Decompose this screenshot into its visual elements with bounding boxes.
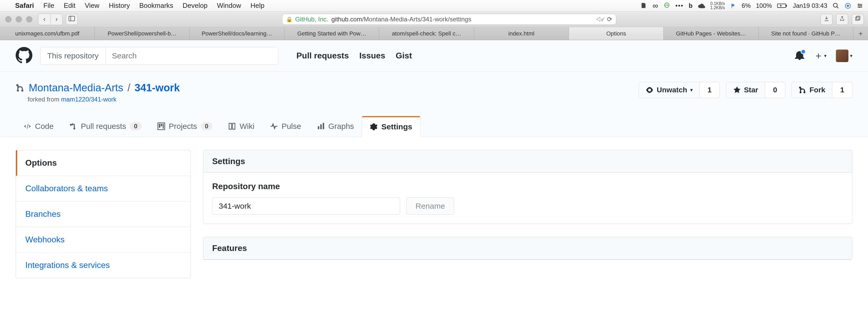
back-button[interactable]: ‹ [38,14,50,25]
tab-pulse[interactable]: Pulse [262,116,309,137]
infinity-icon[interactable]: ∞ [652,1,658,10]
repo-owner-link[interactable]: Montana-Media-Arts [29,82,123,94]
repo-name-input[interactable] [212,198,400,215]
safari-tab[interactable]: PowerShell/powershell-b… [95,27,189,40]
avatar [836,49,848,62]
safari-tab-active[interactable]: Options [569,27,664,40]
safari-toolbar: ‹ › 🔒 GitHub, Inc. github.com /Montana-M… [0,11,868,27]
search-scope[interactable]: This repository [40,47,106,64]
user-menu[interactable]: ▾ [836,49,852,62]
url-secure-org: GitHub, Inc. [295,15,328,23]
svg-rect-21 [161,124,162,126]
share-button[interactable] [836,14,848,25]
sidebar-item-webhooks[interactable]: Webhooks [16,227,190,253]
pr-count-badge: 0 [130,122,142,130]
menu-app[interactable]: Safari [10,2,39,10]
sidebar-item-collaborators[interactable]: Collaborators & teams [16,176,190,201]
tab-settings[interactable]: Settings [362,116,420,137]
watch-count[interactable]: 1 [700,82,719,98]
menu-history[interactable]: History [104,2,135,10]
menu-file[interactable]: File [39,2,59,10]
forked-from-link[interactable]: mam1220/341-work [61,96,116,103]
sidebar-item-integrations[interactable]: Integrations & services [16,253,190,278]
new-tab-button[interactable]: + [854,27,868,40]
nav-gist[interactable]: Gist [396,51,412,61]
more-icon[interactable]: ••• [675,2,683,9]
safari-tab[interactable]: atom/spell-check: Spell c… [379,27,474,40]
menu-develop[interactable]: Develop [178,2,212,10]
watch-button[interactable]: Unwatch▾ [639,82,700,98]
forward-button[interactable]: › [50,14,62,25]
window-controls[interactable] [4,16,35,23]
svg-point-1 [665,4,666,5]
settings-panel: Settings Repository name Rename [203,150,852,224]
reader-icon[interactable]: ◁୰ [596,16,607,23]
svg-point-0 [664,3,669,7]
tripmode-icon[interactable] [844,2,851,9]
safari-tab[interactable]: Getting Started with Pow… [284,27,379,40]
spotlight-icon[interactable] [833,2,839,9]
tab-projects[interactable]: Projects 0 [150,116,220,137]
cloud-icon[interactable] [698,2,705,9]
svg-rect-4 [786,5,787,6]
menu-edit[interactable]: Edit [59,2,80,10]
sidebar-item-options[interactable]: Options [16,150,190,176]
address-bar[interactable]: 🔒 GitHub, Inc. github.com /Montana-Media… [282,14,616,25]
svg-point-12 [858,4,859,5]
settings-sidebar: Options Collaborators & teams Branches W… [16,150,190,278]
sidebar-item-branches[interactable]: Branches [16,201,190,227]
fork-count[interactable]: 1 [832,82,852,98]
menu-help[interactable]: Help [246,2,269,10]
gas-mask-icon[interactable] [663,2,670,9]
menu-window[interactable]: Window [212,2,246,10]
evernote-icon[interactable] [641,2,647,9]
search-input[interactable] [106,47,278,64]
notifications-button[interactable] [795,51,804,61]
battery-percent: 100% [756,2,772,9]
star-button[interactable]: Star [726,82,765,98]
github-logo[interactable] [16,47,32,65]
svg-rect-24 [320,124,322,129]
svg-point-2 [667,4,668,5]
rename-button[interactable]: Rename [406,198,454,215]
nav-issues[interactable]: Issues [359,51,385,61]
star-count[interactable]: 0 [765,82,785,98]
projects-count-badge: 0 [201,122,212,130]
minimize-window[interactable] [16,16,22,23]
create-new-button[interactable]: ＋▾ [814,49,827,62]
tabs-overview-button[interactable] [852,14,864,25]
tab-wiki[interactable]: Wiki [220,116,262,137]
features-title: Features [203,237,852,260]
url-path: /Montana-Media-Arts/341-work/settings [362,15,471,23]
repo-fork-icon [16,83,25,92]
safari-sidebar-button[interactable] [66,14,78,25]
control-center-icon[interactable] [857,2,863,9]
menu-view[interactable]: View [80,2,104,10]
safari-tab[interactable]: PowerShell/docs/learning… [190,27,284,40]
svg-rect-20 [159,124,160,128]
svg-line-6 [837,6,838,8]
mac-menubar: Safari File Edit View History Bookmarks … [0,0,868,11]
reload-icon[interactable]: ⟳ [607,15,612,23]
github-search[interactable]: This repository [40,47,278,65]
clock[interactable]: Jan19 03:43 [793,2,827,9]
safari-tab[interactable]: GitHub Pages - Websites… [664,27,758,40]
close-window[interactable] [5,16,11,23]
menu-bookmarks[interactable]: Bookmarks [135,2,178,10]
safari-tab[interactable]: unixmages.com/ufbm.pdf [0,27,95,40]
zoom-window[interactable] [26,16,32,23]
repo-name-link[interactable]: 341-work [135,82,180,94]
flag-icon[interactable] [730,3,737,9]
tab-code[interactable]: Code [16,116,62,137]
safari-tab[interactable]: Site not found · GitHub P… [758,27,854,40]
tab-pull-requests[interactable]: Pull requests 0 [62,116,150,137]
repo-tabs: Code Pull requests 0 Projects 0 Wiki Pul… [16,116,852,137]
lock-icon: 🔒 [286,16,292,23]
tab-graphs[interactable]: Graphs [309,116,362,137]
fork-button[interactable]: Fork [792,82,832,98]
downloads-button[interactable] [820,14,833,25]
nav-pull-requests[interactable]: Pull requests [297,51,349,61]
b-icon[interactable]: b [689,2,693,9]
safari-tab[interactable]: index.html [474,27,569,40]
repo-head: Montana-Media-Arts / 341-work forked fro… [0,71,868,137]
